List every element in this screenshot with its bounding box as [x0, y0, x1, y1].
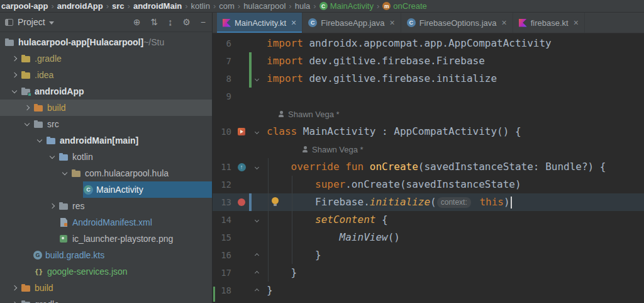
close-icon[interactable]: ×	[291, 18, 296, 28]
breadcrumb-item-carpool-app[interactable]: carpool-app	[1, 1, 48, 11]
fold-marker-icon[interactable]	[254, 129, 258, 134]
chevron-down-icon[interactable]	[25, 120, 30, 125]
tree-item-gradle[interactable]: .gradle	[0, 50, 212, 67]
breadcrumb-item-mainactivity[interactable]: CMainActivity	[319, 1, 374, 11]
code-token	[340, 161, 346, 173]
code-line-text[interactable]: import dev.gitlive.firebase.Firebase	[262, 52, 644, 70]
breadcrumb-item-com[interactable]: com	[219, 1, 235, 11]
breadcrumb-item-hulacarpool[interactable]: hulacarpool	[243, 1, 286, 11]
intention-bulb-icon[interactable]	[272, 197, 279, 204]
tab-firebaseoptions-java[interactable]: CFirebaseOptions.java×	[401, 13, 513, 33]
code-line-text[interactable]: super.onCreate(savedInstanceState)	[262, 176, 644, 193]
line-number[interactable]: 18	[213, 285, 234, 295]
tree-item-build[interactable]: build	[0, 100, 212, 116]
chevron-right-icon[interactable]	[25, 105, 30, 110]
settings-icon[interactable]: ⚙	[182, 18, 191, 26]
line-number[interactable]: 14	[213, 215, 234, 225]
tree-item-hulacarpool-app[interactable]: hulacarpool-app [Hulacarpool] ~/Stu	[0, 34, 212, 50]
code-line-text[interactable]: }	[262, 282, 644, 299]
chevron-down-icon[interactable]	[37, 137, 42, 142]
breadcrumb-item-androidapp[interactable]: androidApp	[57, 1, 103, 11]
vc-change-marker	[249, 193, 252, 211]
tree-item-ic-launcher-playstore-png[interactable]: ic_launcher-playstore.png	[0, 231, 212, 247]
line-number[interactable]: 15	[213, 232, 234, 243]
chevron-down-icon[interactable]	[62, 169, 67, 174]
chevron-right-icon[interactable]	[12, 56, 17, 61]
tree-label: ic_launcher-playstore.png	[72, 234, 173, 244]
expand-all-icon[interactable]: ⇅	[151, 18, 158, 26]
chevron-right-icon[interactable]	[12, 285, 17, 290]
line-number[interactable]: 8	[213, 74, 234, 84]
run-gutter-icon[interactable]	[238, 128, 245, 135]
tree-item-androidmanifest-xml[interactable]: AndroidManifest.xml	[0, 214, 212, 231]
breadcrumb-item-hula[interactable]: hula	[295, 1, 311, 11]
hide-icon[interactable]: −	[201, 18, 206, 26]
tab-firebaseapp-java[interactable]: CFirebaseApp.java×	[303, 13, 401, 33]
tree-item-mainactivity[interactable]: CMainActivity	[0, 181, 212, 198]
code-line-text[interactable]: Firebase.initialize(context: this)	[262, 193, 644, 211]
chevron-right-icon[interactable]	[50, 203, 55, 209]
chevron-down-icon[interactable]	[50, 153, 55, 158]
line-number[interactable]: 11	[213, 162, 234, 172]
parameter-hint: context:	[437, 197, 471, 208]
chevron-right-icon[interactable]	[12, 72, 17, 77]
author-inlay-text: Shawn Vega *	[288, 109, 340, 118]
tab-firebase-kt[interactable]: firebase.kt×	[513, 13, 585, 33]
code-line-text[interactable]: MainView()	[262, 229, 644, 246]
code-line-text[interactable]: setContent {	[262, 211, 644, 229]
fold-marker-icon[interactable]	[254, 270, 258, 275]
tree-item-google-services-json[interactable]: {}google-services.json	[0, 263, 212, 280]
line-number[interactable]: 12	[213, 180, 234, 190]
code-line-text[interactable]: }	[262, 246, 644, 264]
override-marker-icon[interactable]: ↑	[238, 163, 246, 171]
breadcrumb-item-oncreate[interactable]: monCreate	[382, 1, 426, 11]
fold-marker-icon[interactable]	[254, 164, 258, 169]
breadcrumb-item-src[interactable]: src	[112, 1, 125, 11]
breakpoint-icon[interactable]	[238, 198, 245, 206]
tree-item-body: gradle	[20, 296, 212, 303]
line-number[interactable]: 7	[213, 56, 234, 66]
fold-marker-icon[interactable]	[254, 288, 258, 292]
code-line-text[interactable]: import androidx.appcompat.app.AppCompatA…	[262, 35, 644, 52]
code-line-text[interactable]: class MainActivity : AppCompatActivity()…	[262, 123, 644, 140]
code-editor[interactable]: 6import androidx.appcompat.app.AppCompat…	[213, 33, 644, 303]
tree-item-com-hulacarpool-hula[interactable]: com.hulacarpool.hula	[0, 165, 212, 181]
tab-mainactivity-kt[interactable]: MainActivity.kt×	[217, 13, 303, 33]
code-line-text[interactable]: }	[262, 264, 644, 282]
code-line-text[interactable]: override fun onCreate(savedInstanceState…	[262, 158, 644, 176]
collapse-all-icon[interactable]: ↨	[168, 18, 172, 26]
tree-item-kotlin[interactable]: kotlin	[0, 149, 212, 165]
code-line-9: 9	[213, 88, 644, 105]
tab-label: FirebaseApp.java	[321, 18, 384, 28]
breadcrumb-item-androidmain[interactable]: androidMain	[133, 1, 182, 11]
line-number[interactable]: 10	[213, 127, 234, 137]
code-line-text[interactable]: import dev.gitlive.firebase.initialize	[262, 70, 644, 88]
vcs-slot	[249, 105, 252, 123]
tree-item-gradle[interactable]: gradle	[0, 296, 212, 303]
editor-tabs: MainActivity.kt×CFirebaseApp.java×CFireb…	[213, 13, 644, 33]
locate-icon[interactable]: ⊕	[133, 18, 141, 26]
chevron-slot	[9, 57, 20, 60]
chevron-down-icon[interactable]	[49, 21, 54, 25]
line-number[interactable]: 13	[213, 197, 234, 207]
close-icon[interactable]: ×	[389, 18, 394, 28]
line-number[interactable]: 17	[213, 268, 234, 278]
tree-item-build[interactable]: build	[0, 280, 212, 296]
tree-item-idea[interactable]: .idea	[0, 67, 212, 83]
close-icon[interactable]: ×	[502, 18, 507, 28]
tree-item-build-gradle-kts[interactable]: Gbuild.gradle.kts	[0, 247, 212, 263]
line-number[interactable]: 6	[213, 38, 234, 49]
breadcrumb-item-kotlin[interactable]: kotlin	[191, 1, 210, 11]
fold-marker-icon[interactable]	[254, 217, 258, 222]
chevron-down-icon[interactable]	[12, 88, 17, 93]
folder-icon	[33, 119, 44, 129]
fold-marker-icon[interactable]	[254, 76, 258, 81]
tree-item-res[interactable]: res	[0, 198, 212, 214]
tree-item-androidapp[interactable]: androidApp	[0, 83, 212, 100]
line-number[interactable]: 16	[213, 250, 234, 260]
line-number[interactable]: 9	[213, 91, 234, 101]
tree-item-src[interactable]: src	[0, 116, 212, 132]
fold-marker-icon[interactable]	[254, 253, 258, 257]
close-icon[interactable]: ×	[574, 18, 579, 28]
tree-item-androidmain[interactable]: androidMain [main]	[0, 132, 212, 149]
